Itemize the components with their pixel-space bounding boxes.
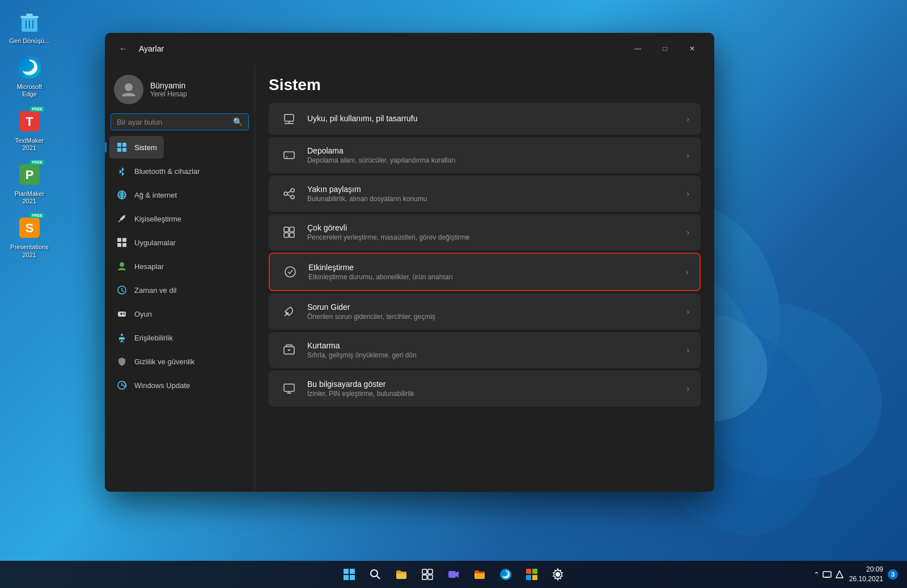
sidebar-item-oyun[interactable]: Oyun — [109, 302, 250, 325]
title-bar: ← Ayarlar — □ ✕ — [105, 33, 714, 65]
svg-rect-55 — [284, 233, 289, 237]
minimize-button[interactable]: — — [625, 40, 651, 58]
user-section[interactable]: Bünyamin Yerel Hesap — [109, 69, 250, 112]
svg-rect-46 — [284, 152, 294, 159]
settings-item-sorun-gider[interactable]: Sorun Gider Önerilen sorun gidericiler, … — [269, 293, 701, 330]
edge-taskbar-button[interactable] — [494, 563, 517, 586]
file-explorer-button[interactable] — [390, 563, 413, 586]
snap-button[interactable] — [416, 563, 439, 586]
sidebar-item-kisisel[interactable]: Kişiselleştirme — [109, 207, 250, 230]
svg-text:S: S — [26, 221, 34, 235]
sistem-label: Sistem — [134, 143, 157, 152]
system-tray[interactable]: ⌃ — [813, 569, 845, 580]
kurtarma-chevron: › — [686, 346, 689, 355]
svg-line-70 — [377, 576, 380, 579]
recycle-bin-label: Geri Dönüşü... — [10, 37, 50, 45]
bu-bilgisayar-title: Bu bilgisayarda göster — [307, 380, 414, 389]
icon-presentations[interactable]: S FREE Presentations 2021 — [7, 212, 52, 261]
cok-gorevli-desc: Pencereleri yerleştirme, masaüstleri, gö… — [307, 233, 469, 241]
cok-gorevli-icon — [280, 223, 298, 241]
sidebar-item-hesaplar[interactable]: Hesaplar — [109, 255, 250, 278]
svg-point-69 — [371, 570, 378, 577]
icon-textmaker[interactable]: T FREE TextMaker 2021 — [7, 105, 52, 154]
sistem-icon — [116, 142, 128, 153]
gizlilik-label: Gizlilik ve güvenlik — [134, 357, 194, 366]
store-button[interactable] — [520, 563, 543, 586]
svg-line-52 — [287, 194, 291, 197]
svg-line-59 — [285, 315, 286, 317]
sorun-gider-title: Sorun Gider — [307, 302, 435, 312]
svg-rect-56 — [290, 233, 294, 237]
svg-rect-75 — [428, 575, 433, 580]
sorun-gider-desc: Önerilen sorun gidericiler, tercihler, g… — [307, 313, 435, 321]
back-button[interactable]: ← — [114, 40, 132, 58]
icon-recycle-bin[interactable]: Geri Dönüşü... — [7, 6, 52, 47]
gizlilik-icon — [116, 356, 128, 367]
svg-rect-73 — [428, 569, 433, 574]
svg-rect-21 — [117, 148, 121, 152]
sidebar-item-bluetooth[interactable]: Bluetooth & cihazlar — [109, 160, 250, 182]
svg-point-36 — [123, 313, 124, 314]
kurtarma-icon — [280, 341, 298, 359]
settings-item-depolama[interactable]: Depolama Depolama alanı, sürücüler, yapı… — [269, 137, 701, 173]
hesaplar-icon — [116, 261, 128, 272]
presentations-label: Presentations 2021 — [9, 244, 50, 258]
settings-item-kurtarma[interactable]: Kurtarma Sıfırla, gelişmiş önyükleme, ge… — [269, 332, 701, 368]
svg-rect-76 — [448, 571, 456, 578]
user-avatar — [114, 75, 143, 104]
search-box[interactable]: 🔍 — [111, 113, 249, 130]
sidebar-item-erisim[interactable]: Erişilebilirlik — [109, 326, 250, 349]
taskbar-clock[interactable]: 20:09 26.10.2021 — [849, 565, 883, 584]
depolama-chevron: › — [686, 151, 689, 160]
settings-item-etkinlestirme[interactable]: Etkinleştirme Etkinleştirme durumu, abon… — [269, 253, 701, 291]
user-name: Bünyamin — [150, 81, 187, 90]
kurtarma-title: Kurtarma — [307, 341, 417, 350]
settings-item-cok-gorevli[interactable]: Çok görevli Pencereleri yerleştirme, mas… — [269, 214, 701, 250]
notification-badge[interactable]: 3 — [888, 569, 898, 580]
oyun-label: Oyun — [134, 310, 152, 318]
yakin-paylasim-desc: Bulunabilirlik, alınan dosyaların konumu — [307, 195, 427, 203]
textmaker-label: TextMaker 2021 — [9, 137, 50, 152]
sidebar-item-zaman[interactable]: Zaman ve dil — [109, 279, 250, 301]
folder-button[interactable] — [468, 563, 491, 586]
svg-rect-72 — [422, 569, 427, 574]
settings-window: ← Ayarlar — □ ✕ Bünyamin Yerel Hesap — [105, 33, 714, 492]
icon-planmaker[interactable]: P FREE PlanMaker 2021 — [7, 159, 52, 207]
svg-marker-84 — [836, 571, 843, 578]
svg-rect-27 — [117, 243, 121, 247]
sidebar-item-gizlilik[interactable]: Gizlilik ve güvenlik — [109, 350, 250, 373]
start-button[interactable] — [338, 563, 361, 586]
settings-taskbar-button[interactable] — [546, 563, 569, 586]
svg-point-18 — [125, 83, 133, 91]
etkinlestirme-icon — [281, 263, 299, 281]
close-button[interactable]: ✕ — [679, 40, 705, 58]
sorun-gider-icon — [280, 302, 298, 321]
clock-time: 20:09 — [849, 565, 883, 574]
sidebar-item-uygulamalar[interactable]: Uygulamalar — [109, 231, 250, 254]
search-taskbar-button[interactable] — [364, 563, 387, 586]
maximize-button[interactable]: □ — [652, 40, 678, 58]
zaman-label: Zaman ve dil — [134, 286, 176, 295]
windows-update-icon — [116, 380, 128, 391]
uyku-icon — [280, 110, 298, 128]
sidebar-item-sistem[interactable]: Sistem — [109, 136, 164, 159]
settings-item-bu-bilgisayar[interactable]: Bu bilgisayarda göster İzinler, PIN eşle… — [269, 370, 701, 407]
settings-item-yakin-paylasim[interactable]: Yakın paylaşım Bulunabilirlik, alınan do… — [269, 176, 701, 212]
bu-bilgisayar-chevron: › — [686, 384, 689, 393]
svg-rect-65 — [344, 569, 349, 574]
sidebar-item-windows-update[interactable]: Windows Update — [109, 374, 250, 397]
svg-rect-20 — [122, 143, 126, 147]
sidebar-item-ag[interactable]: Ağ & internet — [109, 184, 250, 206]
depolama-title: Depolama — [307, 146, 455, 155]
search-input[interactable] — [117, 118, 233, 126]
svg-point-48 — [284, 192, 287, 195]
settings-item-uyku[interactable]: Uyku, pil kullanımı, pil tasarrufu › — [269, 103, 701, 135]
bu-bilgisayar-desc: İzinler, PIN eşleştirme, bulunabilirlik — [307, 390, 414, 398]
page-title: Sistem — [269, 65, 701, 103]
icon-edge[interactable]: Microsoft Edge — [7, 52, 52, 100]
meet-button[interactable] — [442, 563, 465, 586]
windows-update-label: Windows Update — [134, 381, 190, 390]
svg-point-37 — [124, 314, 125, 315]
hesaplar-label: Hesaplar — [134, 262, 164, 271]
ag-label: Ağ & internet — [134, 191, 177, 199]
